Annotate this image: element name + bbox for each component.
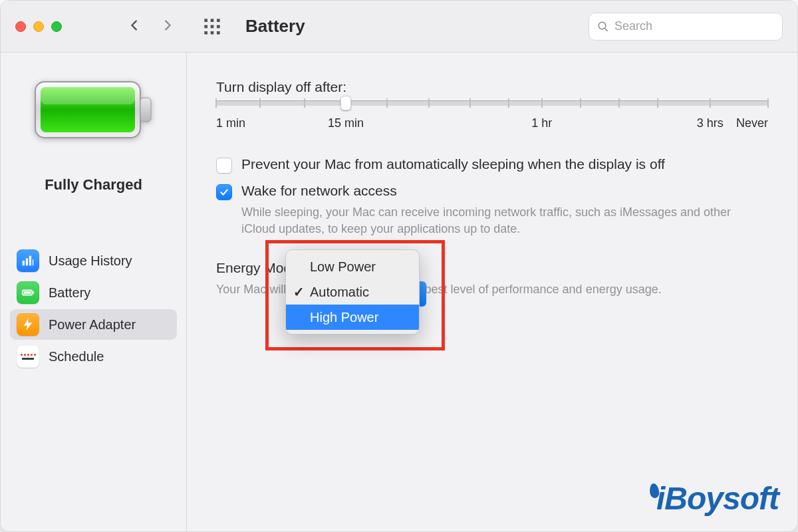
sidebar-item-battery[interactable]: Battery	[10, 277, 177, 308]
toolbar: Battery	[1, 1, 797, 53]
window-controls	[15, 21, 62, 32]
svg-rect-14	[26, 258, 28, 265]
content-pane: Turn display off after: 1 min15 min1 hr3…	[187, 53, 797, 531]
svg-rect-12	[140, 98, 151, 122]
svg-rect-6	[204, 31, 207, 35]
sidebar-item-label: Battery	[49, 285, 90, 301]
svg-rect-16	[33, 259, 33, 265]
slider-tick	[428, 98, 430, 108]
prevent-sleep-checkbox[interactable]	[216, 158, 232, 174]
energy-mode-option[interactable]: Low Power	[286, 254, 419, 279]
energy-mode-option[interactable]: ✓Automatic	[286, 279, 419, 305]
wake-network-desc: While sleeping, your Mac can receive inc…	[241, 204, 760, 237]
sidebar-item-usage-history[interactable]: Usage History	[10, 245, 177, 276]
slider-tick-label: 1 min	[216, 116, 245, 130]
search-field[interactable]	[589, 13, 783, 41]
show-all-prefs-button[interactable]	[203, 17, 221, 36]
slider-tick	[580, 98, 581, 108]
forward-button[interactable]	[160, 17, 175, 36]
wake-network-label: Wake for network access	[241, 183, 397, 199]
svg-rect-15	[29, 256, 31, 266]
svg-rect-7	[211, 31, 214, 35]
schedule-icon	[17, 345, 39, 368]
svg-rect-5	[217, 25, 220, 28]
svg-rect-19	[24, 291, 31, 294]
checkmark-icon: ✓	[293, 284, 305, 300]
slider-tick	[508, 98, 509, 108]
energy-mode-popup[interactable]: Low Power✓AutomaticHigh Power	[285, 249, 420, 334]
slider-thumb[interactable]	[340, 96, 351, 110]
search-input[interactable]	[614, 19, 774, 33]
sidebar: Fully Charged Usage History Battery	[1, 53, 187, 531]
power-adapter-icon	[17, 313, 39, 336]
slider-tick	[767, 98, 769, 108]
fullscreen-window-button[interactable]	[51, 21, 62, 32]
nav-arrows	[127, 17, 175, 36]
minimize-window-button[interactable]	[33, 21, 44, 32]
back-button[interactable]	[127, 17, 142, 36]
slider-tick	[618, 98, 620, 108]
energy-mode-option-label: Low Power	[310, 259, 376, 275]
svg-rect-18	[33, 291, 34, 294]
sidebar-list: Usage History Battery Power Adapter	[1, 245, 186, 372]
battery-hero: Fully Charged	[1, 78, 186, 194]
preferences-window: Battery	[0, 0, 798, 532]
slider-tick-label: 3 hrs	[697, 116, 724, 130]
sidebar-item-label: Power Adapter	[49, 317, 136, 332]
slider-tick	[304, 98, 305, 108]
svg-rect-3	[204, 25, 207, 28]
svg-rect-0	[204, 19, 207, 22]
display-off-label: Turn display off after:	[216, 79, 768, 95]
wake-network-checkbox[interactable]	[216, 184, 232, 200]
body: Fully Charged Usage History Battery	[1, 53, 797, 531]
slider-tick	[710, 98, 711, 108]
battery-icon	[34, 78, 154, 142]
svg-rect-11	[41, 87, 135, 104]
battery-sidebar-icon	[17, 281, 39, 304]
svg-rect-2	[217, 19, 220, 22]
slider-tick-label: 1 hr	[531, 116, 552, 130]
display-off-slider[interactable]: 1 min15 min1 hr3 hrsNever	[216, 100, 768, 132]
usage-history-icon	[17, 249, 39, 272]
energy-mode-option[interactable]: High Power	[286, 305, 419, 330]
slider-labels: 1 min15 min1 hr3 hrsNever	[216, 116, 768, 132]
slider-tick	[386, 98, 388, 108]
slider-tick	[215, 98, 217, 108]
svg-rect-13	[23, 261, 25, 265]
sidebar-item-label: Usage History	[49, 253, 132, 269]
close-window-button[interactable]	[15, 21, 26, 32]
slider-tick-label: Never	[736, 116, 768, 130]
slider-tick-label: 15 min	[328, 116, 364, 130]
energy-mode-option-label: High Power	[310, 310, 378, 325]
sidebar-item-label: Schedule	[49, 349, 104, 364]
svg-rect-8	[217, 31, 220, 35]
slider-tick	[657, 98, 658, 108]
slider-tick	[469, 98, 471, 108]
sidebar-item-power-adapter[interactable]: Power Adapter	[10, 309, 177, 340]
slider-tick	[259, 98, 261, 108]
watermark: iBoysoft	[650, 480, 779, 517]
svg-rect-4	[211, 25, 214, 28]
energy-mode-option-label: Automatic	[310, 285, 369, 300]
svg-rect-1	[211, 19, 214, 22]
sidebar-item-schedule[interactable]: Schedule	[10, 341, 177, 372]
search-icon	[597, 21, 609, 33]
prevent-sleep-label: Prevent your Mac from automatically slee…	[241, 156, 665, 172]
watermark-text: iBoysoft	[656, 480, 779, 517]
slider-tick	[541, 98, 543, 108]
page-title: Battery	[245, 16, 305, 37]
battery-status-label: Fully Charged	[45, 176, 142, 194]
slider-track[interactable]	[216, 100, 768, 106]
